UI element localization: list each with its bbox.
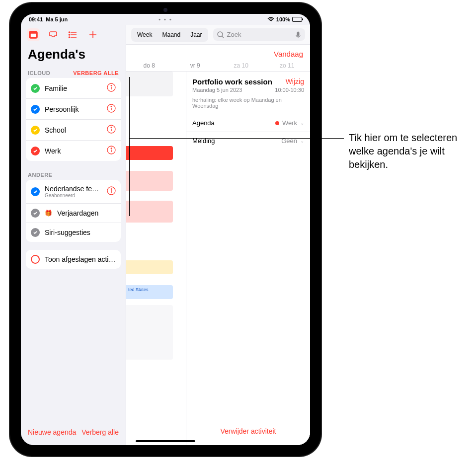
wifi-icon	[267, 17, 274, 22]
checkmark-icon	[31, 105, 40, 114]
inbox-button[interactable]	[47, 28, 60, 41]
event-strips[interactable]: ted States Portfolio work session Wijzig…	[126, 72, 310, 445]
sidebar-title: Agenda's	[21, 45, 126, 67]
calendar-color-dot	[275, 121, 279, 125]
seg-week[interactable]: Week	[132, 29, 157, 41]
view-segmented[interactable]: Week Maand Jaar	[131, 28, 208, 42]
calendar-row-verjaardagen[interactable]: 🎁 Verjaardagen	[26, 204, 121, 223]
search-field[interactable]: Zoek	[213, 28, 305, 41]
calendar-label: Nederlandse feestdag… Geabonneerd	[45, 185, 102, 198]
event-title: Portfolio work session	[192, 77, 272, 86]
checkmark-icon	[31, 228, 40, 237]
calendar-label: Verjaardagen	[57, 209, 116, 217]
info-icon[interactable]	[107, 186, 116, 197]
checkmark-icon	[31, 147, 40, 155]
event-repeat: herhaling: elke week op Maandag en Woens…	[186, 97, 310, 114]
svg-point-8	[111, 106, 112, 107]
day-header: do 8 vr 9 za 10 zo 11	[126, 60, 310, 72]
today-button[interactable]: Vandaag	[274, 50, 303, 58]
status-date: Ma 5 jun	[46, 16, 68, 22]
checkmark-icon	[31, 209, 40, 218]
day-sat[interactable]: za 10	[218, 62, 264, 69]
delete-event-button[interactable]: Verwijder activiteit	[220, 427, 276, 435]
calendar-label: Persoonlijk	[45, 105, 102, 113]
calendar-row-werk[interactable]: Werk	[26, 141, 121, 161]
calendar-label: School	[45, 126, 102, 134]
day-thu[interactable]: do 8	[126, 62, 172, 69]
checkmark-icon	[31, 84, 40, 93]
svg-point-2	[69, 32, 70, 33]
event-notification-row[interactable]: Melding Geen ⌄	[186, 132, 310, 150]
calendar-label: Siri-suggesties	[45, 229, 116, 236]
svg-point-14	[111, 189, 112, 190]
event-edit-button[interactable]: Wijzig	[286, 77, 304, 85]
callout-leader-line	[129, 138, 344, 139]
calendar-main: Week Maand Jaar Zoek Vandaag do 8 vr 9	[126, 25, 310, 445]
event-time: 10:00-10:30	[275, 87, 304, 93]
svg-point-6	[111, 85, 112, 86]
status-bar: 09:41 Ma 5 jun • • • 100%	[21, 14, 310, 25]
event-detail-panel: Portfolio work session Wijzig Maandag 5 …	[186, 72, 310, 445]
hide-all-button[interactable]: Verberg alle	[81, 428, 119, 436]
chevron-icon: ⌄	[300, 120, 304, 126]
calendar-row-familie[interactable]: Familie	[26, 78, 121, 99]
svg-point-10	[111, 127, 112, 128]
calendars-sidebar: Agenda's ICLOUD VERBERG ALLE Familie Per…	[21, 25, 126, 445]
chevron-icon: ⌄	[300, 138, 304, 144]
info-icon[interactable]	[107, 104, 116, 114]
search-icon	[217, 31, 224, 38]
multitask-dots[interactable]: • • •	[159, 16, 172, 22]
hide-all-icloud[interactable]: VERBERG ALLE	[73, 70, 119, 76]
info-icon[interactable]	[107, 83, 116, 93]
event-strip[interactable]	[126, 171, 173, 191]
declined-list: Toon afgeslagen activiteiten	[26, 250, 121, 269]
event-strip[interactable]	[126, 260, 173, 274]
search-placeholder: Zoek	[227, 31, 241, 38]
event-strip[interactable]	[126, 201, 173, 223]
svg-rect-1	[30, 33, 36, 37]
new-calendar-button[interactable]: Nieuwe agenda	[28, 428, 76, 436]
battery-icon	[292, 17, 302, 22]
event-strip[interactable]: ted States	[126, 285, 173, 299]
toggle-declined[interactable]: Toon afgeslagen activiteiten	[26, 250, 121, 269]
event-agenda-label: Agenda	[192, 119, 215, 127]
event-date: Maandag 5 jun 2023	[192, 87, 242, 93]
declined-label: Toon afgeslagen activiteiten	[45, 255, 116, 263]
event-strip[interactable]	[126, 305, 173, 360]
event-strip[interactable]	[126, 146, 173, 160]
seg-month[interactable]: Maand	[157, 29, 185, 41]
view-calendar-button[interactable]	[27, 28, 40, 41]
checkmark-icon	[31, 187, 40, 196]
battery-percent: 100%	[276, 16, 290, 22]
callout-text: Tik hier om te selecteren welke agenda's…	[349, 131, 463, 171]
checkmark-icon	[31, 126, 40, 135]
empty-circle-icon	[31, 255, 40, 264]
info-icon[interactable]	[107, 125, 116, 135]
gift-icon: 🎁	[45, 210, 52, 217]
calendar-row-persoonlijk[interactable]: Persoonlijk	[26, 99, 121, 120]
icloud-calendar-list: Familie Persoonlijk School	[26, 78, 121, 161]
list-button[interactable]	[67, 28, 79, 41]
event-agenda-row[interactable]: Agenda Werk ⌄	[186, 114, 310, 132]
svg-point-3	[69, 34, 70, 35]
day-fri[interactable]: vr 9	[172, 62, 219, 69]
section-icloud-label: ICLOUD	[28, 70, 50, 76]
home-indicator[interactable]	[136, 440, 195, 442]
other-calendar-list: Nederlandse feestdag… Geabonneerd 🎁 Verj…	[26, 180, 121, 242]
seg-year[interactable]: Jaar	[185, 29, 207, 41]
info-icon[interactable]	[107, 146, 116, 156]
svg-point-4	[69, 37, 70, 38]
calendar-label: Familie	[45, 84, 102, 92]
calendar-row-siri[interactable]: Siri-suggesties	[26, 223, 121, 242]
calendar-row-school[interactable]: School	[26, 120, 121, 141]
svg-point-15	[218, 32, 223, 37]
event-agenda-value: Werk	[282, 119, 297, 127]
mic-icon[interactable]	[295, 31, 301, 38]
status-time: 09:41	[29, 16, 43, 22]
calendar-row-feestdagen[interactable]: Nederlandse feestdag… Geabonneerd	[26, 180, 121, 204]
svg-rect-16	[297, 32, 299, 36]
section-other-label: ANDERE	[28, 172, 52, 178]
event-strip[interactable]	[126, 72, 173, 96]
day-sun[interactable]: zo 11	[264, 62, 311, 69]
add-button[interactable]	[86, 28, 99, 41]
